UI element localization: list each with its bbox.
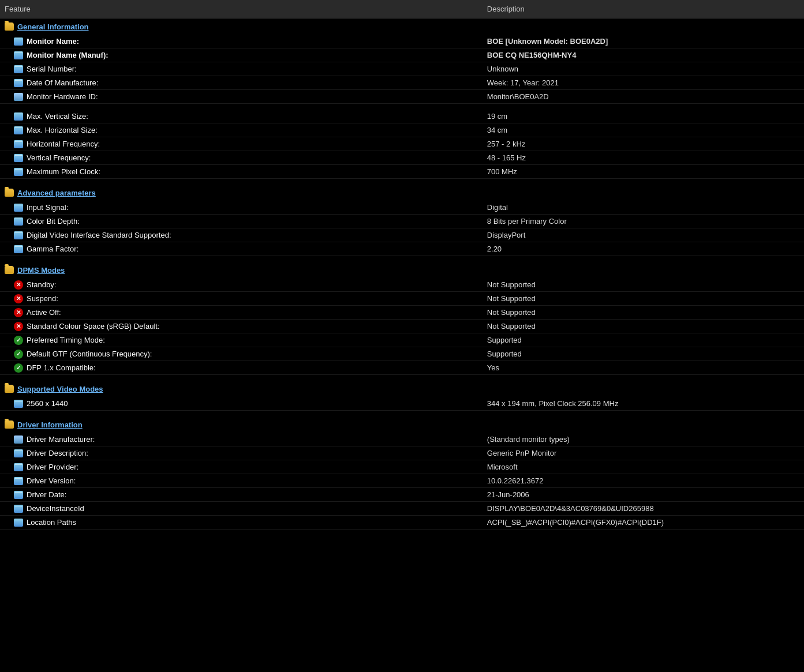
feature-max-horizontal: Max. Horizontal Size:: [0, 124, 483, 136]
desc-driver-version: 10.0.22621.3672: [483, 475, 804, 487]
table-row: Serial Number: Unknown: [0, 62, 804, 76]
feature-gamma-factor: Gamma Factor:: [0, 243, 483, 255]
feature-header: Feature: [0, 2, 483, 16]
table-header: Feature Description: [0, 0, 804, 18]
item-icon: [14, 400, 23, 408]
item-icon: [14, 112, 23, 121]
desc-driver-provider: Microsoft: [483, 461, 804, 473]
item-icon: [14, 505, 23, 513]
desc-digital-video-interface: DisplayPort: [483, 229, 804, 241]
feature-color-bit-depth: Color Bit Depth:: [0, 215, 483, 227]
table-row: Driver Provider: Microsoft: [0, 460, 804, 474]
x-icon: ✕: [14, 294, 23, 303]
item-icon: [14, 449, 23, 457]
feature-horizontal-freq: Horizontal Frequency:: [0, 138, 483, 150]
item-icon: [14, 51, 23, 59]
desc-max-horizontal: 34 cm: [483, 124, 804, 136]
feature-dfp-compatible: ✓ DFP 1.x Compatible:: [0, 362, 483, 374]
table-row: Monitor Name (Manuf): BOE CQ NE156QHM-NY…: [0, 48, 804, 62]
item-icon: [14, 217, 23, 226]
desc-horizontal-freq: 257 - 2 kHz: [483, 138, 804, 150]
desc-dfp-compatible: Yes: [483, 362, 804, 374]
section-general-title: General Information: [17, 22, 89, 31]
item-icon: [14, 245, 23, 253]
hardware-icon: [14, 436, 23, 444]
folder-icon: [5, 189, 14, 197]
feature-hardware-id: Monitor Hardware ID:: [0, 91, 483, 103]
feature-serial-number: Serial Number:: [0, 63, 483, 75]
feature-standard-colour-space: ✕ Standard Colour Space (sRGB) Default:: [0, 320, 483, 333]
table-row: Location Paths ACPI(_SB_)#ACPI(PCI0)#ACP…: [0, 516, 804, 530]
table-row: ✕ Active Off: Not Supported: [0, 306, 804, 320]
table-row: ✓ Default GTF (Continuous Frequency): Su…: [0, 347, 804, 361]
feature-date-manufacture: Date Of Manufacture:: [0, 77, 483, 89]
table-row: ✓ DFP 1.x Compatible: Yes: [0, 361, 804, 375]
table-row: ✓ Preferred Timing Mode: Supported: [0, 333, 804, 347]
item-icon: [14, 37, 23, 46]
desc-active-off: Not Supported: [483, 306, 804, 318]
item-icon: [14, 463, 23, 471]
item-icon: [14, 140, 23, 148]
desc-driver-description: Generic PnP Monitor: [483, 447, 804, 459]
table-row: Max. Horizontal Size: 34 cm: [0, 123, 804, 137]
section-driver-title: Driver Information: [17, 421, 83, 429]
feature-vertical-freq: Vertical Frequency:: [0, 152, 483, 164]
hardware-icon: [14, 93, 23, 101]
table-row: Maximum Pixel Clock: 700 MHz: [0, 165, 804, 179]
folder-icon: [5, 22, 14, 31]
feature-active-off: ✕ Active Off:: [0, 306, 483, 319]
desc-video-mode-1: 344 x 194 mm, Pixel Clock 256.09 MHz: [483, 397, 804, 410]
desc-vertical-freq: 48 - 165 Hz: [483, 152, 804, 164]
table-row: Input Signal: Digital: [0, 201, 804, 215]
feature-standby: ✕ Standby:: [0, 279, 483, 291]
table-row: Monitor Name: BOE [Unknown Model: BOE0A2…: [0, 35, 804, 48]
table-row: Driver Version: 10.0.22621.3672: [0, 474, 804, 488]
section-driver-information[interactable]: Driver Information: [0, 416, 804, 433]
table-row: Color Bit Depth: 8 Bits per Primary Colo…: [0, 215, 804, 228]
feature-preferred-timing: ✓ Preferred Timing Mode:: [0, 334, 483, 347]
table-row: Vertical Frequency: 48 - 165 Hz: [0, 151, 804, 165]
desc-standard-colour-space: Not Supported: [483, 320, 804, 332]
table-row: Digital Video Interface Standard Support…: [0, 228, 804, 242]
feature-location-paths: Location Paths: [0, 516, 483, 528]
desc-max-vertical: 19 cm: [483, 110, 804, 122]
item-icon: [14, 231, 23, 239]
feature-driver-manufacturer: Driver Manufacturer:: [0, 433, 483, 445]
x-icon: ✕: [14, 322, 23, 331]
section-dpms-modes[interactable]: DPMS Modes: [0, 262, 804, 278]
desc-suspend: Not Supported: [483, 292, 804, 305]
check-icon: ✓: [14, 363, 23, 373]
main-table: Feature Description General Information …: [0, 0, 804, 530]
feature-default-gtf: ✓ Default GTF (Continuous Frequency):: [0, 348, 483, 361]
section-general-information[interactable]: General Information: [0, 18, 804, 35]
check-icon: ✓: [14, 336, 23, 345]
item-icon: [14, 79, 23, 87]
section-advanced-parameters[interactable]: Advanced parameters: [0, 185, 804, 201]
table-row: ✕ Standby: Not Supported: [0, 278, 804, 292]
x-icon: ✕: [14, 280, 23, 290]
item-icon: [14, 65, 23, 73]
item-icon: [14, 126, 23, 134]
feature-input-signal: Input Signal:: [0, 201, 483, 213]
item-icon: [14, 519, 23, 527]
section-video-modes-title: Supported Video Modes: [17, 385, 103, 393]
table-row: Monitor Hardware ID: Monitor\BOE0A2D: [0, 90, 804, 104]
desc-serial-number: Unknown: [483, 63, 804, 75]
table-row: ✕ Suspend: Not Supported: [0, 292, 804, 306]
item-icon: [14, 154, 23, 162]
item-icon: [14, 477, 23, 485]
folder-icon: [5, 421, 14, 429]
table-row: 2560 x 1440 344 x 194 mm, Pixel Clock 25…: [0, 397, 804, 411]
table-row: Max. Vertical Size: 19 cm: [0, 110, 804, 123]
feature-max-vertical: Max. Vertical Size:: [0, 110, 483, 122]
table-row: Date Of Manufacture: Week: 17, Year: 202…: [0, 76, 804, 90]
section-supported-video-modes[interactable]: Supported Video Modes: [0, 381, 804, 397]
feature-max-pixel-clock: Maximum Pixel Clock:: [0, 166, 483, 178]
table-row: Gamma Factor: 2.20: [0, 242, 804, 256]
desc-monitor-name-manuf: BOE CQ NE156QHM-NY4: [483, 49, 804, 61]
desc-device-instance-id: DISPLAY\BOE0A2D\4&3AC03769&0&UID265988: [483, 502, 804, 515]
description-header: Description: [483, 2, 804, 16]
feature-device-instance-id: DeviceInstanceId: [0, 502, 483, 515]
table-row: Driver Manufacturer: (Standard monitor t…: [0, 433, 804, 446]
feature-driver-description: Driver Description:: [0, 447, 483, 459]
